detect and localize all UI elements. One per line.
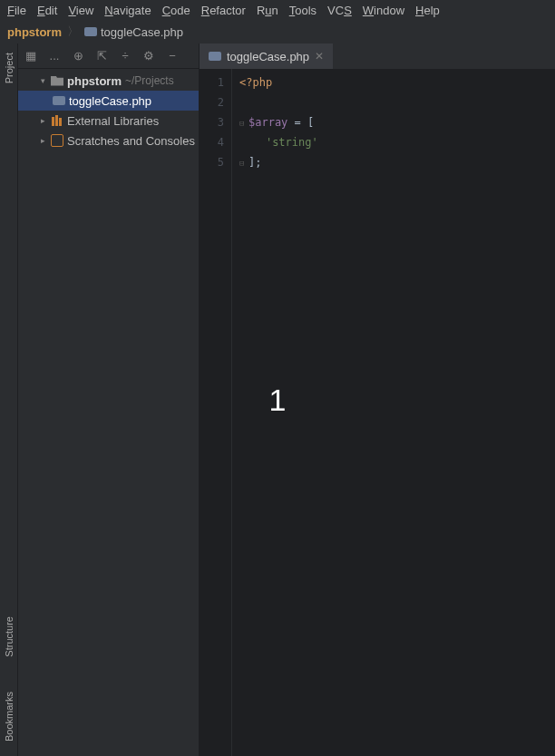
code-line: <?php — [232, 73, 555, 92]
main-area: Project Structure Bookmarks ▦ ... ⊕ ⇱ ÷ … — [0, 44, 555, 756]
line-number: 1 — [200, 73, 231, 92]
project-tree: ▾ phpstorm ~/Projects toggleCase.php ▸ E… — [18, 69, 199, 756]
code-line: ⊟]; — [232, 152, 555, 172]
menu-tools[interactable]: Tools — [289, 4, 316, 17]
php-file-icon — [209, 52, 221, 61]
folder-icon — [51, 76, 63, 86]
menu-view[interactable]: View — [68, 4, 93, 17]
code-line: ⊟$array = [ — [232, 112, 555, 132]
expand-all-icon[interactable]: ⇱ — [94, 49, 109, 63]
select-opened-file-icon[interactable]: ▦ — [24, 49, 38, 63]
menu-help[interactable]: Help — [415, 4, 440, 17]
line-number: 4 — [200, 132, 231, 152]
svg-rect-0 — [52, 117, 54, 126]
project-path: ~/Projects — [125, 74, 174, 87]
editor-area: toggleCase.php ✕ 1 2 3 4 5 <?php ⊟$array… — [200, 44, 555, 756]
fold-marker-icon[interactable]: ⊟ — [239, 113, 247, 133]
php-file-icon — [53, 96, 65, 105]
rail-bookmarks[interactable]: Bookmarks — [4, 688, 15, 745]
tree-file-label: toggleCase.php — [69, 94, 151, 108]
tree-file-togglecase[interactable]: toggleCase.php — [18, 91, 199, 111]
dots-icon[interactable]: ... — [47, 49, 62, 63]
rail-project[interactable]: Project — [4, 49, 15, 87]
code-content[interactable]: <?php ⊟$array = [ 'string' ⊟]; — [232, 69, 555, 756]
locate-icon[interactable]: ⊕ — [71, 49, 85, 63]
tree-ext-libs-label: External Libraries — [67, 114, 159, 128]
breadcrumb-file[interactable]: toggleCase.php — [84, 25, 183, 39]
scratch-icon — [51, 134, 63, 147]
line-number: 2 — [200, 92, 231, 112]
sidebar-toolbar: ▦ ... ⊕ ⇱ ÷ ⚙ − — [18, 44, 199, 69]
menu-navigate[interactable]: Navigate — [104, 4, 151, 17]
line-number: 5 — [200, 152, 231, 172]
project-sidebar: ▦ ... ⊕ ⇱ ÷ ⚙ − ▾ phpstorm ~/Projects to… — [18, 44, 200, 756]
fold-end-icon: ⊟ — [239, 153, 247, 173]
code-line — [232, 92, 555, 112]
php-file-icon — [84, 27, 97, 36]
rail-structure[interactable]: Structure — [4, 613, 15, 661]
code-editor[interactable]: 1 2 3 4 5 <?php ⊟$array = [ 'string' ⊟]; — [200, 69, 555, 756]
tree-external-libraries[interactable]: ▸ External Libraries — [18, 111, 199, 131]
hide-icon[interactable]: − — [165, 49, 180, 63]
tree-project-root[interactable]: ▾ phpstorm ~/Projects — [18, 71, 199, 91]
menubar: File Edit View Navigate Code Refactor Ru… — [0, 0, 555, 20]
line-number: 3 — [200, 112, 231, 132]
editor-tabbar: toggleCase.php ✕ — [200, 44, 555, 69]
menu-edit[interactable]: Edit — [37, 4, 57, 17]
menu-window[interactable]: Window — [363, 4, 404, 17]
project-name: phpstorm — [67, 74, 122, 88]
gear-icon[interactable]: ⚙ — [141, 49, 156, 63]
svg-rect-2 — [59, 118, 62, 126]
code-line: 'string' — [232, 132, 555, 152]
breadcrumb: phpstorm 〉 toggleCase.php — [0, 20, 555, 44]
menu-run[interactable]: Run — [257, 4, 278, 17]
breadcrumb-file-label: toggleCase.php — [101, 25, 183, 39]
menu-vcs[interactable]: VCS — [327, 4, 352, 17]
library-icon — [51, 115, 63, 126]
svg-rect-1 — [55, 115, 58, 126]
menu-code[interactable]: Code — [162, 4, 190, 17]
chevron-right-icon[interactable]: ▸ — [38, 116, 47, 125]
tab-label: toggleCase.php — [227, 50, 309, 63]
breadcrumb-sep: 〉 — [67, 24, 79, 40]
collapse-all-icon[interactable]: ÷ — [118, 49, 132, 63]
tab-togglecase[interactable]: toggleCase.php ✕ — [200, 44, 333, 69]
tool-window-rail-left: Project Structure Bookmarks — [0, 44, 18, 756]
editor-gutter: 1 2 3 4 5 — [200, 69, 232, 756]
tree-scratches[interactable]: ▸ Scratches and Consoles — [18, 131, 199, 150]
close-icon[interactable]: ✕ — [315, 50, 324, 63]
menu-refactor[interactable]: Refactor — [201, 4, 246, 17]
breadcrumb-root[interactable]: phpstorm — [7, 25, 62, 39]
tree-scratches-label: Scratches and Consoles — [67, 134, 195, 148]
chevron-down-icon[interactable]: ▾ — [38, 76, 47, 85]
chevron-right-icon[interactable]: ▸ — [38, 136, 47, 145]
menu-file[interactable]: File — [7, 4, 26, 17]
